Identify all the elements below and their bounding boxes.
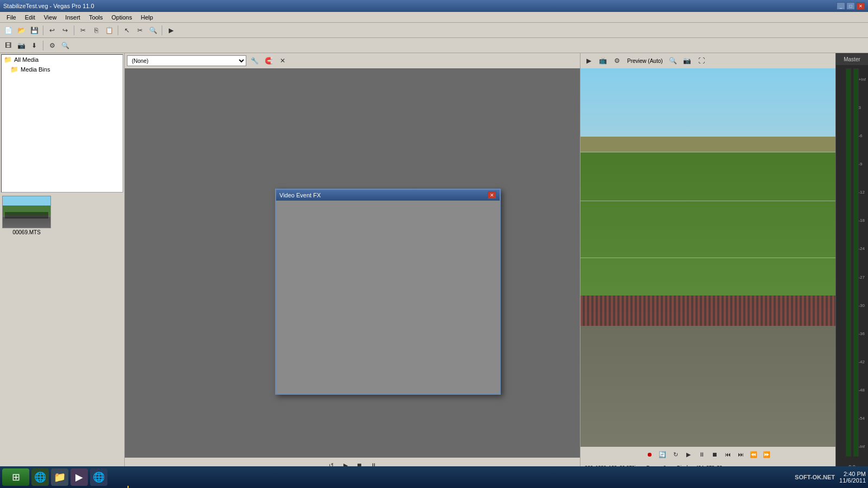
rp-next-frame-btn[interactable]: ⏭ <box>735 449 746 460</box>
video-frame <box>580 68 835 447</box>
menu-view[interactable]: View <box>40 12 61 22</box>
taskbar-icon-chrome[interactable]: 🌐 <box>31 468 49 486</box>
new-button[interactable]: 📄 <box>2 24 14 36</box>
toolbar-secondary: 🎞 📷 ⬇ ⚙ 🔍 <box>0 38 868 53</box>
watermark-text: SOFT-OK.NET <box>795 474 835 480</box>
meter-bar-left <box>846 68 851 457</box>
preview-dropdown[interactable]: (None) <box>127 55 246 66</box>
right-preview-toolbar: ▶ 📺 ⚙ Preview (Auto) 🔍 📷 ⛶ <box>580 53 835 68</box>
tree-media-bins[interactable]: 📁 Media Bins <box>2 65 123 74</box>
media-filename: 00069.MTS <box>12 229 41 235</box>
trim-button[interactable]: ✂ <box>134 24 146 36</box>
rp-back-btn[interactable]: ⏪ <box>748 449 759 460</box>
right-preview-controls: ⏺ 🔄 ↻ ▶ ⏸ ⏹ ⏮ ⏭ ⏪ ⏩ <box>580 447 835 462</box>
vef-title-bar: Video Event FX ✕ <box>276 190 500 201</box>
date-display: 11/6/2011 <box>839 477 866 484</box>
title-bar: StabilizeTest.veg - Vegas Pro 11.0 _ □ ✕ <box>0 0 868 12</box>
rp-zoom-btn[interactable]: 🔍 <box>667 55 679 67</box>
rp-forward-btn[interactable]: ⏩ <box>761 449 772 460</box>
save-button[interactable]: 💾 <box>28 24 40 36</box>
right-preview-panel: ▶ 📺 ⚙ Preview (Auto) 🔍 📷 ⛶ <box>580 53 835 473</box>
select-button[interactable]: ↖ <box>121 24 133 36</box>
folder-icon-bins: 📁 <box>10 66 18 73</box>
copy-button[interactable]: ⎘ <box>90 24 102 36</box>
toolbar-separator-4 <box>162 25 162 35</box>
rp-refresh-btn[interactable]: 🔄 <box>657 449 668 460</box>
tree-all-media[interactable]: 📁 All Media <box>2 55 123 65</box>
cut-button[interactable]: ✂ <box>77 24 89 36</box>
toolbar-separator-3 <box>118 25 118 35</box>
media-btn[interactable]: 🎞 <box>2 40 14 52</box>
vef-title-text: Video Event FX <box>279 192 321 198</box>
menu-help[interactable]: Help <box>136 12 157 22</box>
thumbnail-preview <box>3 196 50 228</box>
properties-btn[interactable]: ⚙ <box>46 40 58 52</box>
rp-play2-btn[interactable]: ▶ <box>683 449 694 460</box>
zoom-button[interactable]: 🔍 <box>147 24 159 36</box>
menu-options[interactable]: Options <box>107 12 137 22</box>
preview-snap-btn[interactable]: 🧲 <box>263 55 275 67</box>
time-display: 2:40 PM <box>839 471 866 477</box>
rp-settings-btn[interactable]: ⚙ <box>611 55 623 67</box>
start-button[interactable]: ⊞ <box>2 468 29 486</box>
taskbar-icon-media[interactable]: ▶ <box>71 468 88 486</box>
meter-bar-right <box>853 68 859 457</box>
playhead <box>127 486 129 488</box>
preview-settings-btn[interactable]: 🔧 <box>248 55 260 67</box>
app-title: StabilizeTest.veg - Vegas Pro 11.0 <box>3 3 94 9</box>
vef-close-button[interactable]: ✕ <box>488 191 496 199</box>
meter-bars <box>846 68 859 457</box>
taskbar-right: SOFT-OK.NET 2:40 PM 11/6/2011 <box>795 471 866 484</box>
taskbar-icon-ie[interactable]: 🌐 <box>90 468 107 486</box>
rp-fullscreen-btn[interactable]: ⛶ <box>695 55 707 67</box>
preview-toolbar: (None) 🔧 🧲 ✕ <box>125 53 580 68</box>
menu-edit[interactable]: Edit <box>21 12 40 22</box>
open-button[interactable]: 📂 <box>15 24 27 36</box>
preview-video-area <box>580 68 835 447</box>
toolbar-main: 📄 📂 💾 ↩ ↪ ✂ ⎘ 📋 ↖ ✂ 🔍 ▶ <box>0 23 868 38</box>
import-btn[interactable]: ⬇ <box>28 40 40 52</box>
toolbar-separator-1 <box>43 25 43 35</box>
paste-button[interactable]: 📋 <box>103 24 115 36</box>
thumb-image <box>2 196 51 228</box>
folder-icon: 📁 <box>4 56 12 63</box>
undo-button[interactable]: ↩ <box>46 24 58 36</box>
rp-pause2-btn[interactable]: ⏸ <box>696 449 707 460</box>
menu-file[interactable]: File <box>2 12 21 22</box>
rp-loop-btn[interactable]: ↻ <box>670 449 681 460</box>
capture-btn[interactable]: 📷 <box>15 40 27 52</box>
toolbar2-sep-1 <box>43 41 43 50</box>
media-thumb-item[interactable]: 00069.MTS <box>2 196 51 471</box>
menu-tools[interactable]: Tools <box>85 12 107 22</box>
rp-snapshot-btn[interactable]: 📷 <box>681 55 693 67</box>
audio-meter-panel: Master +Inf3-6-9-12 -18-24-27-30-36 -42-… <box>835 53 868 473</box>
media-thumbnail-area: 00069.MTS <box>0 194 124 473</box>
close-button[interactable]: ✕ <box>856 2 865 10</box>
rp-preview-mode[interactable]: 📺 <box>597 55 609 67</box>
vef-body <box>276 201 500 394</box>
rp-stop2-btn[interactable]: ⏹ <box>709 449 720 460</box>
taskbar: ⊞ 🌐 📁 ▶ 🌐 SOFT-OK.NET 2:40 PM 11/6/2011 <box>0 466 868 488</box>
audio-meter-header: Master <box>836 53 868 65</box>
render-button[interactable]: ▶ <box>165 24 177 36</box>
master-label: Master <box>844 56 860 62</box>
redo-button[interactable]: ↪ <box>59 24 71 36</box>
zoom-in-btn[interactable]: 🔍 <box>59 40 71 52</box>
maximize-button[interactable]: □ <box>846 2 855 10</box>
meter-scale: +Inf3-6-9-12 -18-24-27-30-36 -42-48-54-I… <box>858 65 866 461</box>
system-clock: 2:40 PM 11/6/2011 <box>839 471 866 484</box>
taskbar-icon-explorer[interactable]: 📁 <box>51 468 68 486</box>
rp-record-btn[interactable]: ⏺ <box>644 449 655 460</box>
left-panel: 📁 All Media 📁 Media Bins 00069.MTS <box>0 53 125 473</box>
toolbar-separator-2 <box>74 25 74 35</box>
project-tree: 📁 All Media 📁 Media Bins <box>1 54 123 192</box>
preview-close-btn[interactable]: ✕ <box>277 55 289 67</box>
minimize-button[interactable]: _ <box>837 2 845 10</box>
rp-prev-frame-btn[interactable]: ⏮ <box>722 449 733 460</box>
menu-bar: File Edit View Insert Tools Options Help <box>0 12 868 23</box>
window-controls: _ □ ✕ <box>837 2 865 10</box>
video-event-fx-dialog: Video Event FX ✕ <box>275 189 501 395</box>
rp-preview-btn[interactable]: ▶ <box>583 55 595 67</box>
menu-insert[interactable]: Insert <box>61 12 85 22</box>
preview-label: Preview (Auto) <box>627 58 663 64</box>
